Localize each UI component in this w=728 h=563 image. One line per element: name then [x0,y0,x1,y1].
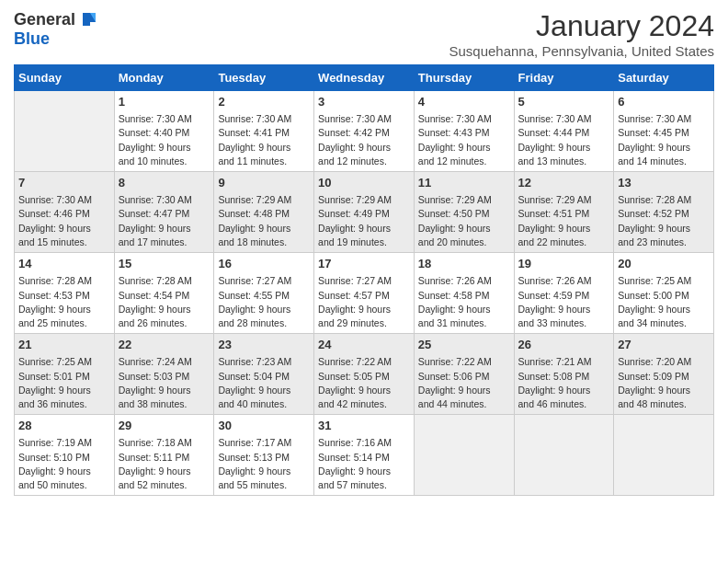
cell-content: Sunrise: 7:25 AM Sunset: 5:01 PM Dayligh… [18,355,110,411]
cell-content: Sunrise: 7:27 AM Sunset: 4:55 PM Dayligh… [218,274,310,330]
day-number: 6 [618,94,710,110]
table-row: 7Sunrise: 7:30 AM Sunset: 4:46 PM Daylig… [15,172,115,253]
table-row: 17Sunrise: 7:27 AM Sunset: 4:57 PM Dayli… [314,253,415,334]
table-row: 16Sunrise: 7:27 AM Sunset: 4:55 PM Dayli… [214,253,314,334]
day-number: 26 [518,337,610,353]
cell-content: Sunrise: 7:19 AM Sunset: 5:10 PM Dayligh… [18,436,110,492]
day-number: 28 [18,418,110,434]
day-number: 24 [318,337,410,353]
table-row: 21Sunrise: 7:25 AM Sunset: 5:01 PM Dayli… [15,334,115,415]
day-number: 14 [18,256,110,272]
header: General Blue January 2024 Susquehanna, P… [14,9,714,59]
cell-content: Sunrise: 7:28 AM Sunset: 4:52 PM Dayligh… [618,193,710,249]
table-row: 9Sunrise: 7:29 AM Sunset: 4:48 PM Daylig… [214,172,314,253]
cell-content: Sunrise: 7:23 AM Sunset: 5:04 PM Dayligh… [218,355,310,411]
day-number: 3 [318,94,410,110]
logo: General Blue [14,9,97,49]
day-number: 9 [218,175,310,191]
month-title: January 2024 [449,9,714,43]
calendar-table: Sunday Monday Tuesday Wednesday Thursday… [14,64,714,496]
calendar-header-row: Sunday Monday Tuesday Wednesday Thursday… [15,65,714,91]
day-number: 27 [618,337,710,353]
table-row: 20Sunrise: 7:25 AM Sunset: 5:00 PM Dayli… [614,253,714,334]
table-row: 12Sunrise: 7:29 AM Sunset: 4:51 PM Dayli… [514,172,614,253]
table-row: 1Sunrise: 7:30 AM Sunset: 4:40 PM Daylig… [114,91,214,172]
table-row: 3Sunrise: 7:30 AM Sunset: 4:42 PM Daylig… [314,91,415,172]
day-number: 12 [518,175,610,191]
cell-content: Sunrise: 7:29 AM Sunset: 4:51 PM Dayligh… [518,193,610,249]
calendar-week-row: 1Sunrise: 7:30 AM Sunset: 4:40 PM Daylig… [15,91,714,172]
cell-content: Sunrise: 7:24 AM Sunset: 5:03 PM Dayligh… [119,355,210,411]
cell-content: Sunrise: 7:21 AM Sunset: 5:08 PM Dayligh… [518,355,610,411]
day-number: 15 [119,256,210,272]
table-row: 25Sunrise: 7:22 AM Sunset: 5:06 PM Dayli… [414,334,514,415]
day-number: 11 [418,175,510,191]
col-friday: Friday [514,65,614,91]
table-row [514,415,614,496]
day-number: 25 [418,337,510,353]
calendar-week-row: 28Sunrise: 7:19 AM Sunset: 5:10 PM Dayli… [15,415,714,496]
subtitle: Susquehanna, Pennsylvania, United States [449,43,714,59]
table-row: 27Sunrise: 7:20 AM Sunset: 5:09 PM Dayli… [614,334,714,415]
table-row: 24Sunrise: 7:22 AM Sunset: 5:05 PM Dayli… [314,334,415,415]
day-number: 21 [18,337,110,353]
cell-content: Sunrise: 7:26 AM Sunset: 4:59 PM Dayligh… [518,274,610,330]
cell-content: Sunrise: 7:30 AM Sunset: 4:45 PM Dayligh… [618,112,710,168]
table-row: 11Sunrise: 7:29 AM Sunset: 4:50 PM Dayli… [414,172,514,253]
table-row: 8Sunrise: 7:30 AM Sunset: 4:47 PM Daylig… [114,172,214,253]
col-tuesday: Tuesday [214,65,314,91]
cell-content: Sunrise: 7:25 AM Sunset: 5:00 PM Dayligh… [618,274,710,330]
day-number: 22 [119,337,210,353]
table-row: 29Sunrise: 7:18 AM Sunset: 5:11 PM Dayli… [114,415,214,496]
cell-content: Sunrise: 7:28 AM Sunset: 4:54 PM Dayligh… [119,274,210,330]
cell-content: Sunrise: 7:17 AM Sunset: 5:13 PM Dayligh… [218,436,310,492]
table-row [414,415,514,496]
cell-content: Sunrise: 7:30 AM Sunset: 4:47 PM Dayligh… [119,193,210,249]
table-row: 28Sunrise: 7:19 AM Sunset: 5:10 PM Dayli… [15,415,115,496]
table-row [15,91,115,172]
calendar-week-row: 21Sunrise: 7:25 AM Sunset: 5:01 PM Dayli… [15,334,714,415]
day-number: 10 [318,175,410,191]
cell-content: Sunrise: 7:16 AM Sunset: 5:14 PM Dayligh… [318,436,410,492]
title-block: January 2024 Susquehanna, Pennsylvania, … [449,9,714,59]
day-number: 8 [119,175,210,191]
day-number: 4 [418,94,510,110]
cell-content: Sunrise: 7:20 AM Sunset: 5:09 PM Dayligh… [618,355,710,411]
table-row: 4Sunrise: 7:30 AM Sunset: 4:43 PM Daylig… [414,91,514,172]
col-wednesday: Wednesday [314,65,415,91]
cell-content: Sunrise: 7:30 AM Sunset: 4:44 PM Dayligh… [518,112,610,168]
day-number: 16 [218,256,310,272]
day-number: 31 [318,418,410,434]
logo-general: General [14,10,75,29]
calendar-week-row: 14Sunrise: 7:28 AM Sunset: 4:53 PM Dayli… [15,253,714,334]
day-number: 23 [218,337,310,353]
cell-content: Sunrise: 7:30 AM Sunset: 4:42 PM Dayligh… [318,112,410,168]
day-number: 20 [618,256,710,272]
day-number: 1 [119,94,210,110]
cell-content: Sunrise: 7:22 AM Sunset: 5:06 PM Dayligh… [418,355,510,411]
cell-content: Sunrise: 7:18 AM Sunset: 5:11 PM Dayligh… [119,436,210,492]
day-number: 30 [218,418,310,434]
table-row: 15Sunrise: 7:28 AM Sunset: 4:54 PM Dayli… [114,253,214,334]
cell-content: Sunrise: 7:30 AM Sunset: 4:41 PM Dayligh… [218,112,310,168]
table-row: 19Sunrise: 7:26 AM Sunset: 4:59 PM Dayli… [514,253,614,334]
cell-content: Sunrise: 7:26 AM Sunset: 4:58 PM Dayligh… [418,274,510,330]
table-row: 5Sunrise: 7:30 AM Sunset: 4:44 PM Daylig… [514,91,614,172]
table-row: 31Sunrise: 7:16 AM Sunset: 5:14 PM Dayli… [314,415,415,496]
table-row: 13Sunrise: 7:28 AM Sunset: 4:52 PM Dayli… [614,172,714,253]
day-number: 2 [218,94,310,110]
cell-content: Sunrise: 7:30 AM Sunset: 4:43 PM Dayligh… [418,112,510,168]
cell-content: Sunrise: 7:29 AM Sunset: 4:50 PM Dayligh… [418,193,510,249]
table-row: 22Sunrise: 7:24 AM Sunset: 5:03 PM Dayli… [114,334,214,415]
day-number: 29 [119,418,210,434]
table-row: 2Sunrise: 7:30 AM Sunset: 4:41 PM Daylig… [214,91,314,172]
cell-content: Sunrise: 7:29 AM Sunset: 4:48 PM Dayligh… [218,193,310,249]
table-row: 14Sunrise: 7:28 AM Sunset: 4:53 PM Dayli… [15,253,115,334]
cell-content: Sunrise: 7:29 AM Sunset: 4:49 PM Dayligh… [318,193,410,249]
col-sunday: Sunday [15,65,115,91]
day-number: 13 [618,175,710,191]
day-number: 5 [518,94,610,110]
page-container: General Blue January 2024 Susquehanna, P… [0,0,728,505]
col-monday: Monday [114,65,214,91]
day-number: 19 [518,256,610,272]
